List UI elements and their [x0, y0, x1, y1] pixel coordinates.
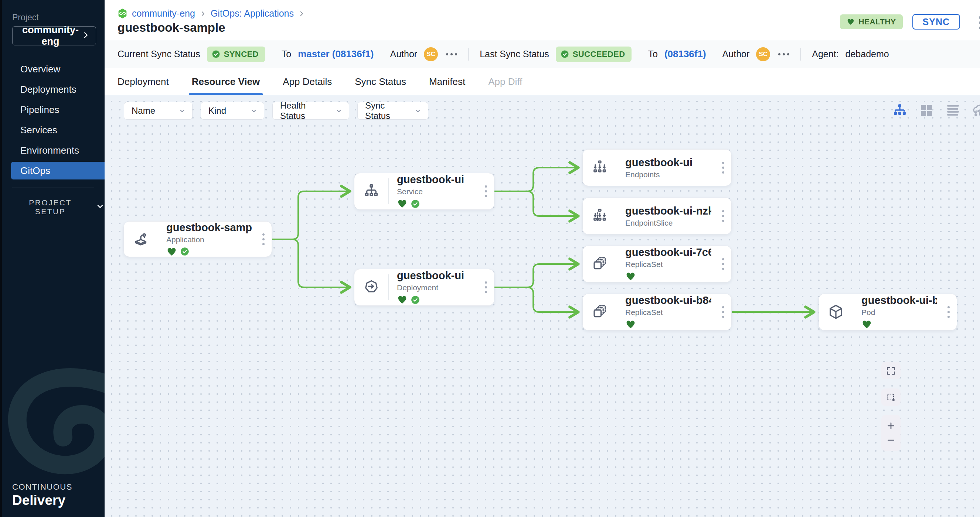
project-setup-toggle[interactable]: PROJECT SETUP [20, 198, 105, 216]
tab-app-diff: App Diff [488, 68, 522, 95]
node-kind: Application [166, 235, 251, 244]
canvas-controls [881, 362, 900, 451]
node-menu-kebab-icon[interactable] [940, 306, 957, 318]
synced-check-icon [410, 199, 420, 209]
resource-node-replicaset-7c64987dc9[interactable]: guestbook-ui-7c64987dc9 ReplicaSet [582, 246, 732, 282]
node-kind: ReplicaSet [625, 260, 711, 269]
last-sync-status-label: Last Sync Status [480, 49, 549, 59]
sidebar-item-services[interactable]: Services [11, 121, 105, 139]
cloud-network-view-icon[interactable] [972, 103, 980, 118]
zoom-control [881, 415, 900, 451]
synced-badge: SYNCED [207, 46, 265, 62]
author-label: Author [390, 49, 417, 59]
sync-button[interactable]: SYNC [912, 14, 960, 30]
resource-node-application[interactable]: guestbook-sample Application [123, 221, 272, 257]
endpointslice-icon [583, 208, 617, 225]
healthy-heart-icon [625, 271, 636, 282]
tab-sync-status[interactable]: Sync Status [355, 68, 406, 95]
filter-health-status-dropdown[interactable]: Health Status [272, 102, 349, 120]
node-title: guestbook-ui-nzklt [625, 205, 711, 217]
pod-icon [819, 304, 853, 320]
chevron-right-icon [200, 10, 206, 17]
gitops-logo-icon [118, 8, 127, 19]
page-header: community-eng GitOps: Applications guest… [105, 0, 980, 40]
zoom-in-button[interactable] [886, 420, 896, 431]
node-menu-kebab-icon[interactable] [715, 306, 731, 318]
tab-resource-view[interactable]: Resource View [192, 68, 260, 95]
application-icon [124, 231, 158, 248]
resource-node-endpointslice[interactable]: guestbook-ui-nzklt EndpointSlice [582, 198, 732, 235]
author-avatar: SC [424, 47, 438, 61]
zoom-out-button[interactable] [886, 435, 896, 446]
sidebar-divider [12, 187, 94, 188]
sidebar-item-deployments[interactable]: Deployments [11, 81, 105, 98]
node-title: guestbook-sample [166, 222, 251, 234]
node-title: guestbook-ui [397, 174, 474, 186]
resource-node-pod[interactable]: guestbook-ui-b848d5d9... Pod [819, 293, 957, 330]
node-menu-kebab-icon[interactable] [478, 186, 494, 197]
tree-view-icon[interactable] [892, 103, 908, 118]
resource-node-replicaset-b848d5d9d[interactable]: guestbook-ui-b848d5d9d ReplicaSet [582, 293, 732, 330]
node-menu-kebab-icon[interactable] [715, 162, 731, 174]
plus-icon [886, 420, 896, 431]
to-label: To [282, 49, 291, 59]
filter-kind-dropdown[interactable]: Kind [200, 102, 264, 120]
project-selector-value: community-eng [19, 24, 82, 47]
health-status-badge: HEALTHY [840, 14, 902, 29]
resource-node-endpoints[interactable]: guestbook-ui Endpoints [582, 149, 732, 186]
node-menu-kebab-icon[interactable] [478, 281, 494, 293]
last-target-revision-link[interactable]: (08136f1) [664, 48, 706, 60]
more-authors-icon[interactable] [778, 53, 789, 56]
more-authors-icon[interactable] [446, 53, 457, 56]
tab-manifest[interactable]: Manifest [429, 68, 465, 95]
resource-filters: Name Kind Health Status Sync Status [124, 102, 428, 120]
chevron-down-icon [414, 107, 422, 115]
current-target-revision-link[interactable]: master (08136f1) [298, 48, 374, 60]
filter-name-dropdown[interactable]: Name [124, 102, 192, 120]
filter-sync-status-dropdown[interactable]: Sync Status [357, 102, 428, 120]
sidebar-item-overview[interactable]: Overview [11, 60, 105, 78]
healthy-heart-icon [861, 319, 872, 330]
agent-label: Agent: [812, 49, 838, 59]
tab-app-details[interactable]: App Details [283, 68, 332, 95]
header-actions: HEALTHY SYNC [840, 14, 960, 30]
node-menu-kebab-icon[interactable] [715, 258, 731, 270]
synced-check-icon [180, 247, 189, 256]
fullscreen-button[interactable] [881, 362, 900, 379]
resource-node-service[interactable]: guestbook-ui Service [354, 173, 495, 210]
breadcrumb-link-gitops-applications[interactable]: GitOps: Applications [211, 8, 294, 19]
replicaset-icon [583, 304, 617, 320]
app-tabs: Deployment Resource View App Details Syn… [105, 68, 980, 95]
chevron-down-icon [96, 202, 105, 213]
sidebar-item-pipelines[interactable]: Pipelines [11, 101, 105, 119]
app-window: Project community-eng Overview Deploymen… [0, 0, 980, 517]
sidebar-item-gitops[interactable]: GitOps [11, 162, 105, 179]
divider [800, 48, 801, 60]
node-title: guestbook-ui [397, 270, 474, 282]
sidebar-item-environments[interactable]: Environments [11, 141, 105, 159]
tab-deployment[interactable]: Deployment [118, 68, 169, 95]
selection-mode-button[interactable] [881, 389, 900, 406]
marquee-select-icon [886, 392, 896, 403]
node-kind: Deployment [397, 283, 474, 292]
healthy-heart-icon [625, 319, 636, 330]
sidebar-nav: Overview Deployments Pipelines Services … [2, 60, 105, 179]
deployment-icon [355, 279, 388, 296]
sidebar: Project community-eng Overview Deploymen… [0, 0, 105, 517]
resource-graph-canvas[interactable]: Name Kind Health Status Sync Status [105, 95, 980, 517]
resource-node-deployment[interactable]: guestbook-ui Deployment [354, 269, 495, 306]
node-title: guestbook-ui-b848d5d9d [625, 294, 711, 306]
list-view-icon[interactable] [945, 103, 961, 118]
breadcrumb-link-project[interactable]: community-eng [132, 8, 195, 19]
node-menu-kebab-icon[interactable] [715, 210, 731, 222]
project-label: Project [12, 13, 105, 22]
current-sync-status-label: Current Sync Status [118, 49, 200, 59]
node-menu-kebab-icon[interactable] [255, 233, 272, 245]
to-label: To [648, 49, 657, 59]
project-selector[interactable]: community-eng [12, 26, 96, 45]
fullscreen-icon [886, 366, 896, 376]
author-avatar: SC [756, 47, 770, 61]
grid-view-icon[interactable] [919, 103, 934, 118]
node-title: guestbook-ui-b848d5d9... [861, 294, 937, 306]
node-title: guestbook-ui [625, 157, 711, 169]
